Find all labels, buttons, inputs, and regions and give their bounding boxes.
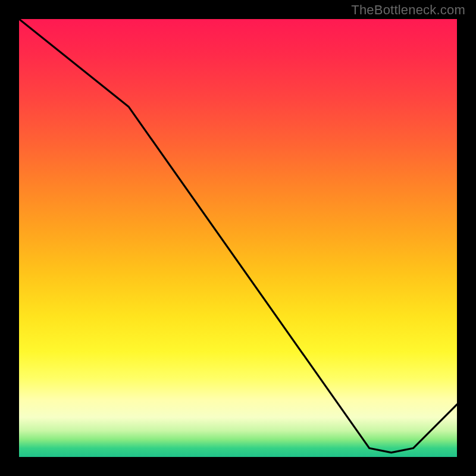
chart-frame: TheBottleneck.com xyxy=(0,0,476,476)
plot-outer xyxy=(19,19,457,457)
watermark-text: TheBottleneck.com xyxy=(351,2,465,18)
gradient-background xyxy=(19,19,457,457)
